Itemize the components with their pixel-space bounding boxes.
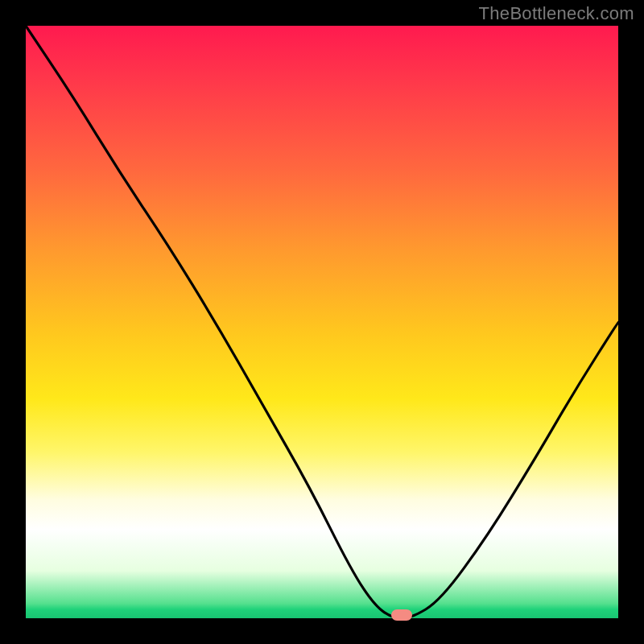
chart-frame: TheBottleneck.com (0, 0, 644, 644)
plot-area (26, 26, 618, 618)
bottleneck-curve (26, 26, 618, 618)
optimum-marker (391, 609, 412, 621)
curve-svg (26, 26, 618, 618)
watermark-label: TheBottleneck.com (479, 3, 634, 24)
